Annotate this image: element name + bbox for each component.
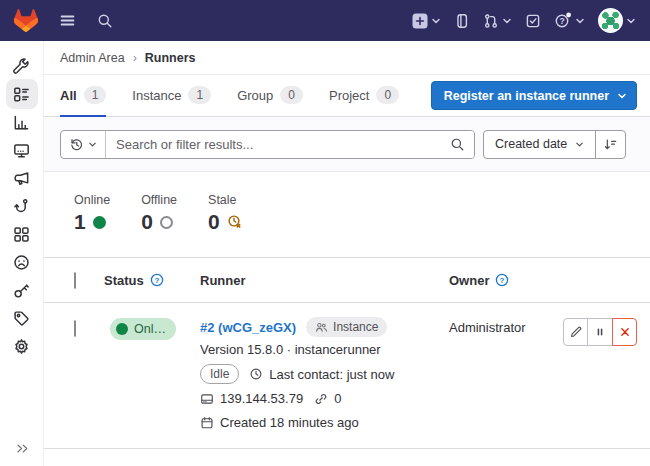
- sidebar-item-messages[interactable]: [6, 164, 38, 192]
- avatar: [598, 8, 623, 33]
- recent-searches-button[interactable]: [61, 131, 106, 158]
- close-x-icon: [618, 325, 632, 339]
- gitlab-logo-icon[interactable]: [14, 9, 38, 32]
- tab-all[interactable]: All 1: [60, 75, 106, 117]
- search-input[interactable]: [106, 137, 441, 152]
- tab-count-badge: 0: [376, 86, 399, 104]
- sidebar-item-labels[interactable]: [6, 304, 38, 332]
- ip-address-text: 139.144.53.79: [220, 389, 303, 408]
- sidebar-item-system-hooks[interactable]: [6, 192, 38, 220]
- tab-count-badge: 1: [188, 86, 211, 104]
- sidebar-item-applications[interactable]: [6, 220, 38, 248]
- top-navbar: ?: [0, 0, 650, 41]
- runner-actions: [563, 318, 637, 346]
- register-button-label: Register an instance runner: [444, 89, 609, 103]
- todos-button[interactable]: [525, 13, 541, 29]
- sidebar-item-settings[interactable]: [6, 332, 38, 360]
- overview-icon: [13, 86, 30, 103]
- ip-disk-icon: [200, 392, 214, 406]
- sort-control: Created date: [483, 130, 626, 159]
- link-icon: [314, 392, 328, 406]
- chevron-down-icon: [431, 16, 441, 26]
- breadcrumb: Admin Area › Runners: [44, 41, 650, 75]
- sort-by-dropdown[interactable]: Created date: [484, 137, 595, 151]
- users-icon: [315, 321, 328, 334]
- sidebar-item-analytics[interactable]: [6, 108, 38, 136]
- stale-clock-icon: [227, 214, 243, 230]
- owner-link[interactable]: Administrator: [449, 317, 526, 335]
- register-instance-runner-button[interactable]: Register an instance runner: [431, 81, 637, 110]
- chevron-down-icon: [626, 16, 636, 26]
- user-menu-button[interactable]: [598, 8, 636, 33]
- sidebar-item-admin-overview[interactable]: [6, 52, 38, 80]
- select-all-checkbox[interactable]: [74, 272, 76, 289]
- chevron-down-icon: [88, 140, 97, 149]
- sidebar-collapse-button[interactable]: [0, 441, 44, 456]
- search-submit-button[interactable]: [441, 131, 474, 158]
- svg-text:?: ?: [500, 276, 505, 285]
- hamburger-menu-icon[interactable]: [59, 12, 76, 29]
- stat-value: 0: [208, 210, 220, 234]
- status-badge-label: Online: [134, 322, 167, 336]
- job-count-text[interactable]: 0: [334, 389, 341, 408]
- stat-label: Stale: [208, 193, 243, 207]
- bullhorn-icon: [13, 170, 30, 187]
- status-help-icon[interactable]: ?: [150, 273, 164, 287]
- tab-project[interactable]: Project 0: [329, 75, 399, 117]
- created-ago-text: Created 18 minutes ago: [220, 413, 359, 432]
- stat-value: 0: [141, 210, 153, 234]
- stat-label: Offline: [141, 193, 177, 207]
- sort-direction-button[interactable]: [595, 131, 625, 158]
- sidebar-item-monitoring[interactable]: [6, 136, 38, 164]
- runner-name-link[interactable]: #2 (wCG_zeGX): [200, 318, 296, 337]
- calendar-icon: [200, 416, 214, 430]
- gear-icon: [13, 338, 30, 355]
- merge-request-icon: [483, 13, 499, 29]
- pause-runner-button[interactable]: [588, 318, 613, 346]
- row-checkbox[interactable]: [74, 320, 76, 337]
- todo-check-icon: [525, 13, 541, 29]
- tab-label: Group: [237, 88, 273, 103]
- status-badge: Online: [110, 318, 176, 340]
- pause-icon: [593, 325, 607, 339]
- sidebar-item-deploy-keys[interactable]: [6, 276, 38, 304]
- sad-face-icon: [13, 254, 30, 271]
- runner-table-row: Online #2 (wCG_zeGX) Instance Version 15…: [44, 303, 650, 449]
- main-content: Admin Area › Runners All 1 Instance 1 Gr…: [44, 41, 650, 466]
- online-dot-icon: [93, 216, 106, 229]
- edit-runner-button[interactable]: [563, 318, 588, 346]
- tab-label: Project: [329, 88, 369, 103]
- breadcrumb-admin-area[interactable]: Admin Area: [60, 51, 125, 65]
- breadcrumb-separator: ›: [133, 51, 137, 65]
- issues-button[interactable]: [454, 13, 470, 29]
- tab-count-badge: 1: [84, 86, 107, 104]
- help-button[interactable]: ?: [554, 12, 585, 29]
- sidebar-item-abuse-reports[interactable]: [6, 248, 38, 276]
- stat-label: Online: [74, 193, 110, 207]
- apps-icon: [13, 226, 30, 243]
- tab-group[interactable]: Group 0: [237, 75, 303, 117]
- new-menu-button[interactable]: [412, 13, 441, 29]
- delete-runner-button[interactable]: [612, 318, 637, 346]
- wrench-icon: [13, 58, 30, 75]
- search-icon[interactable]: [97, 13, 113, 29]
- key-icon: [13, 282, 30, 299]
- admin-sidebar: [0, 41, 44, 466]
- magnifier-icon: [450, 137, 465, 152]
- owner-column-header: Owner: [449, 273, 489, 288]
- filter-bar: Created date: [44, 117, 650, 172]
- owner-help-icon[interactable]: ?: [495, 273, 509, 287]
- breadcrumb-runners: Runners: [145, 51, 196, 65]
- online-dot-icon: [116, 323, 128, 335]
- merge-requests-button[interactable]: [483, 13, 512, 29]
- chevron-down-icon: [575, 16, 585, 26]
- tab-instance[interactable]: Instance 1: [132, 75, 211, 117]
- stat-offline: Offline 0: [141, 193, 177, 257]
- chevron-down-icon: [617, 91, 627, 101]
- sort-descending-icon: [603, 137, 618, 152]
- sidebar-item-overview[interactable]: [6, 79, 38, 109]
- runners-table-header: Status ? Runner Owner ?: [44, 258, 650, 303]
- pencil-icon: [569, 325, 583, 339]
- runner-version-line: Version 15.8.0 · instancerunner: [200, 340, 449, 359]
- tab-label: Instance: [132, 88, 181, 103]
